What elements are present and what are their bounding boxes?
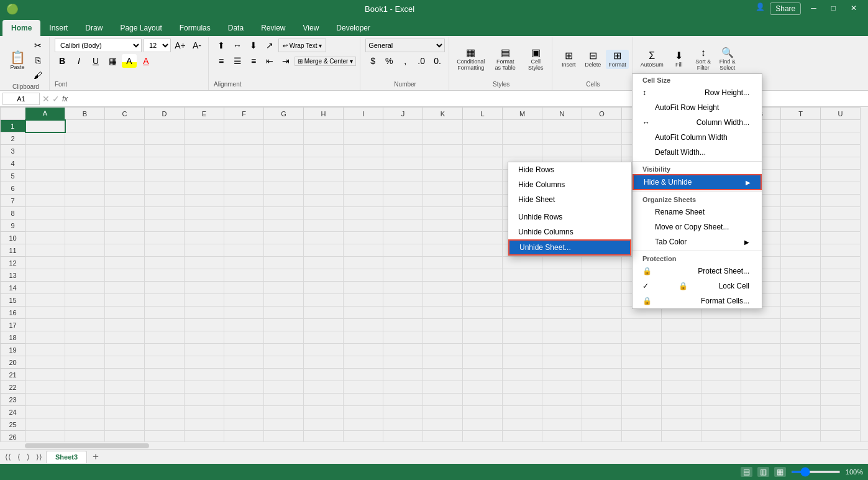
cell-K11[interactable]	[423, 244, 463, 257]
hide-unhide-item[interactable]: Hide & Unhide ▶	[633, 174, 762, 190]
fill-button[interactable]: ⬇ Fill	[668, 50, 690, 69]
cell-B15[interactable]	[65, 294, 105, 307]
cell-M22[interactable]	[503, 381, 542, 394]
cell-T18[interactable]	[781, 331, 821, 344]
cell-U17[interactable]	[821, 319, 861, 331]
cell-U8[interactable]	[821, 207, 861, 219]
cell-B25[interactable]	[65, 418, 105, 431]
cell-A8[interactable]	[25, 207, 65, 219]
cell-P23[interactable]	[622, 394, 662, 406]
cell-E11[interactable]	[185, 244, 224, 257]
cell-F24[interactable]	[224, 406, 264, 418]
cell-O25[interactable]	[582, 418, 622, 431]
cell-F14[interactable]	[224, 282, 264, 294]
autofit-row-item[interactable]: AutoFit Row Height	[633, 100, 762, 115]
cell-T10[interactable]	[781, 232, 821, 244]
cell-R25[interactable]	[701, 418, 741, 431]
cell-C13[interactable]	[105, 269, 145, 282]
cell-G12[interactable]	[264, 257, 304, 269]
tab-home[interactable]: Home	[2, 20, 40, 36]
cell-F9[interactable]	[224, 219, 264, 232]
decrease-decimal-button[interactable]: .0	[414, 54, 429, 68]
cell-T3[interactable]	[781, 145, 821, 157]
cell-B4[interactable]	[65, 157, 105, 170]
cell-L12[interactable]	[463, 257, 503, 269]
cell-D16[interactable]	[145, 307, 185, 319]
cell-J24[interactable]	[383, 406, 423, 418]
col-width-item[interactable]: ↔ Column Width...	[633, 115, 762, 130]
cell-G20[interactable]	[264, 356, 304, 369]
add-sheet-button[interactable]: ＋	[88, 450, 103, 463]
cell-D10[interactable]	[145, 232, 185, 244]
conditional-formatting-button[interactable]: ▦ ConditionalFormatting	[454, 47, 487, 72]
cell-I7[interactable]	[344, 195, 383, 207]
cell-Q17[interactable]	[662, 319, 701, 331]
cell-A12[interactable]	[25, 257, 65, 269]
cell-G1[interactable]	[264, 120, 304, 132]
cell-O16[interactable]	[582, 307, 622, 319]
cell-E23[interactable]	[185, 394, 224, 406]
cell-M25[interactable]	[503, 418, 542, 431]
cell-T2[interactable]	[781, 132, 821, 145]
cell-R18[interactable]	[701, 331, 741, 344]
cell-E12[interactable]	[185, 257, 224, 269]
cell-U2[interactable]	[821, 132, 861, 145]
cell-A5[interactable]	[25, 170, 65, 182]
cell-H25[interactable]	[304, 418, 344, 431]
col-header-U[interactable]: U	[821, 108, 861, 120]
cell-G5[interactable]	[264, 170, 304, 182]
cell-F21[interactable]	[224, 369, 264, 381]
cell-H15[interactable]	[304, 294, 344, 307]
cell-A22[interactable]	[25, 381, 65, 394]
cell-A18[interactable]	[25, 331, 65, 344]
cell-T25[interactable]	[781, 418, 821, 431]
cell-O24[interactable]	[582, 406, 622, 418]
cell-U9[interactable]	[821, 219, 861, 232]
cell-H8[interactable]	[304, 207, 344, 219]
cell-A6[interactable]	[25, 182, 65, 195]
cell-A20[interactable]	[25, 356, 65, 369]
cell-D2[interactable]	[145, 132, 185, 145]
cell-J12[interactable]	[383, 257, 423, 269]
cell-I17[interactable]	[344, 319, 383, 331]
cell-M16[interactable]	[503, 307, 542, 319]
cell-S23[interactable]	[741, 394, 781, 406]
cell-A1[interactable]	[25, 120, 65, 132]
cell-U22[interactable]	[821, 381, 861, 394]
cell-J8[interactable]	[383, 207, 423, 219]
cell-G24[interactable]	[264, 406, 304, 418]
cell-K16[interactable]	[423, 307, 463, 319]
cell-U13[interactable]	[821, 269, 861, 282]
row-number-12[interactable]: 12	[1, 257, 25, 269]
cell-O14[interactable]	[582, 282, 622, 294]
italic-button[interactable]: I	[71, 54, 86, 68]
cell-I13[interactable]	[344, 269, 383, 282]
cell-I12[interactable]	[344, 257, 383, 269]
format-painter-button[interactable]: 🖌	[30, 68, 45, 82]
cell-A21[interactable]	[25, 369, 65, 381]
cell-B6[interactable]	[65, 182, 105, 195]
cell-O17[interactable]	[582, 319, 622, 331]
cell-H1[interactable]	[304, 120, 344, 132]
cell-T4[interactable]	[781, 157, 821, 170]
cell-T7[interactable]	[781, 195, 821, 207]
cell-C11[interactable]	[105, 244, 145, 257]
cell-D5[interactable]	[145, 170, 185, 182]
cell-S26[interactable]	[741, 431, 781, 442]
cell-K17[interactable]	[423, 319, 463, 331]
unhide-rows-item[interactable]: Unhide Rows	[508, 210, 631, 224]
cell-E8[interactable]	[185, 207, 224, 219]
cell-Q21[interactable]	[662, 369, 701, 381]
col-header-O[interactable]: O	[582, 108, 622, 120]
cell-Q22[interactable]	[662, 381, 701, 394]
cell-O12[interactable]	[582, 257, 622, 269]
cell-E22[interactable]	[185, 381, 224, 394]
cell-N15[interactable]	[542, 294, 582, 307]
cell-J3[interactable]	[383, 145, 423, 157]
cell-G6[interactable]	[264, 182, 304, 195]
cell-G17[interactable]	[264, 319, 304, 331]
col-header-C[interactable]: C	[105, 108, 145, 120]
cell-J4[interactable]	[383, 157, 423, 170]
row-number-13[interactable]: 13	[1, 269, 25, 282]
cell-I25[interactable]	[344, 418, 383, 431]
